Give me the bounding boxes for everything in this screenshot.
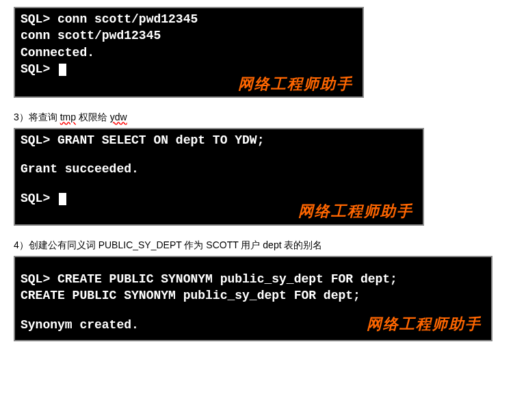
caption-step-4: 4）创建公有同义词 PUBLIC_SY_DEPT 作为 SCOTT 用户 dep…	[14, 239, 499, 252]
caption-text: 权限给	[76, 111, 110, 122]
cursor-icon	[59, 64, 66, 76]
caption-text: 4）创建公有同义词 PUBLIC_SY_DEPT 作为 SCOTT 用户 dep…	[14, 239, 322, 250]
watermark-text: 网络工程师助手	[238, 74, 353, 94]
terminal-line: Grant succeeded.	[21, 161, 417, 177]
terminal-block-3: SQL> CREATE PUBLIC SYNONYM public_sy_dep…	[14, 256, 492, 341]
terminal-prompt: SQL>	[21, 62, 57, 76]
cursor-icon	[59, 193, 66, 205]
caption-ydw: ydw	[110, 111, 127, 122]
caption-text: 3）将查询	[14, 111, 60, 122]
caption-step-3: 3）将查询 tmp 权限给 ydw	[14, 111, 499, 124]
terminal-line: SQL> GRANT SELECT ON dept TO YDW;	[21, 132, 417, 148]
terminal-block-1: SQL> conn scott/pwd12345 conn scott/pwd1…	[14, 7, 364, 98]
terminal-line: SQL> conn scott/pwd12345	[21, 11, 357, 27]
terminal-line: SQL> CREATE PUBLIC SYNONYM public_sy_dep…	[21, 271, 486, 287]
terminal-line: conn scott/pwd12345	[21, 27, 357, 44]
terminal-line: CREATE PUBLIC SYNONYM public_sy_dept FOR…	[21, 287, 486, 304]
watermark-text: 网络工程师助手	[298, 201, 413, 222]
terminal-blank-line	[21, 148, 417, 161]
caption-tmp: tmp	[60, 111, 76, 122]
terminal-blank-line	[21, 178, 417, 190]
terminal-line: Connected.	[21, 44, 357, 61]
terminal-block-2: SQL> GRANT SELECT ON dept TO YDW; Grant …	[14, 128, 424, 226]
terminal-prompt: SQL>	[21, 192, 57, 205]
watermark-text: 网络工程师助手	[367, 314, 482, 334]
